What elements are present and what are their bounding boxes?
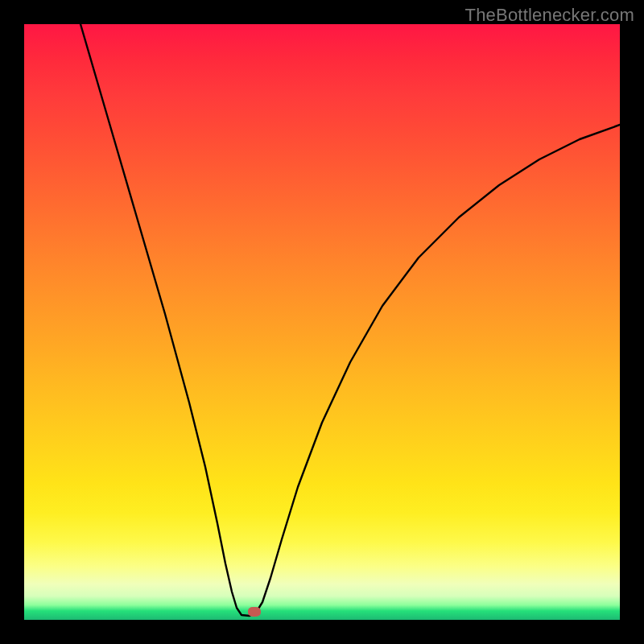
gradient-plot-area <box>24 24 620 620</box>
watermark-text: TheBottlenecker.com <box>465 5 634 26</box>
chart-frame: TheBottlenecker.com <box>0 0 644 644</box>
